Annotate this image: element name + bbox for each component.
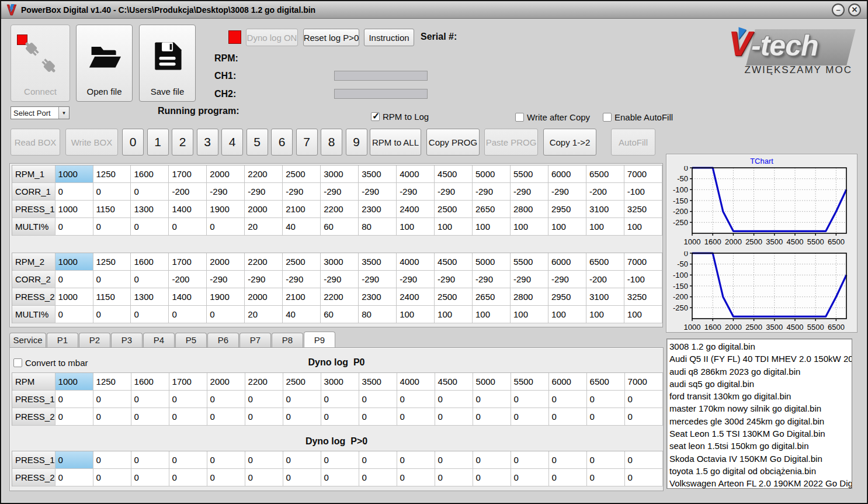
cell-press_2-6[interactable]: 0 xyxy=(283,408,321,426)
cell-press_1-7[interactable]: 0 xyxy=(321,391,359,408)
cell-multi%-15[interactable]: 100 xyxy=(624,306,662,323)
cell-corr_1-4[interactable]: -290 xyxy=(207,183,245,201)
close-button[interactable]: ✕ xyxy=(848,4,861,16)
cell-press_2-0[interactable]: 1000 xyxy=(55,288,93,306)
cell-press_2-15[interactable]: 0 xyxy=(625,469,663,486)
cell-press_2-0[interactable]: 0 xyxy=(55,469,93,486)
file-list-item[interactable]: seat leon 1.5tsi 150km go digital.bin xyxy=(669,440,852,452)
cell-press_2-13[interactable]: 0 xyxy=(549,469,587,486)
cell-press_2-11[interactable]: 2650 xyxy=(473,288,511,306)
cell-press_1-15[interactable]: 3250 xyxy=(624,201,662,218)
cell-press_2-14[interactable]: 3100 xyxy=(586,288,624,306)
tab-p9[interactable]: P9 xyxy=(304,332,335,347)
cell-rpm_2-13[interactable]: 6000 xyxy=(548,253,586,271)
select-port-dropdown[interactable]: Select Port ▼ xyxy=(11,106,70,119)
cell-rpm_2-2[interactable]: 1600 xyxy=(131,253,169,271)
cell-press_2-3[interactable]: 0 xyxy=(169,469,207,486)
cell-press_2-7[interactable]: 2200 xyxy=(321,288,359,306)
cell-corr_1-10[interactable]: -290 xyxy=(435,183,473,201)
cell-rpm_2-7[interactable]: 3000 xyxy=(321,253,359,271)
cell-press_1-8[interactable]: 0 xyxy=(359,391,397,408)
cell-press_2-5[interactable]: 2000 xyxy=(245,288,283,306)
cell-multi%-7[interactable]: 60 xyxy=(321,218,359,236)
cell-corr_1-9[interactable]: -290 xyxy=(397,183,435,201)
file-list-item[interactable]: Skoda Octavia IV 150KM Go Digital.bin xyxy=(669,453,852,465)
cell-press_2-10[interactable]: 0 xyxy=(435,469,473,486)
cell-rpm_1-14[interactable]: 6500 xyxy=(586,165,624,183)
cell-corr_1-5[interactable]: -290 xyxy=(245,183,283,201)
cell-press_2-2[interactable]: 0 xyxy=(131,408,169,426)
cell-press_2-13[interactable]: 0 xyxy=(549,408,587,426)
cell-rpm-11[interactable]: 5000 xyxy=(473,373,511,391)
cell-press_1-10[interactable]: 2500 xyxy=(435,201,473,218)
cell-press_2-6[interactable]: 2100 xyxy=(283,288,321,306)
cell-press_2-13[interactable]: 2950 xyxy=(548,288,586,306)
cell-multi%-3[interactable]: 0 xyxy=(169,218,207,236)
cell-press_2-6[interactable]: 0 xyxy=(283,469,321,486)
cell-press_1-15[interactable]: 0 xyxy=(625,451,663,469)
cell-corr_1-2[interactable]: 0 xyxy=(131,183,169,201)
cell-press_2-2[interactable]: 1300 xyxy=(131,288,169,306)
write-after-copy-checkbox[interactable]: Write after Copy xyxy=(515,112,590,122)
cell-multi%-14[interactable]: 100 xyxy=(586,306,624,323)
file-list-item[interactable]: mercedes gle 300d 245km go digital.bin xyxy=(669,415,852,427)
instruction-button[interactable]: Instruction xyxy=(364,29,414,46)
digit-9-button[interactable]: 9 xyxy=(346,129,367,156)
cell-corr_1-6[interactable]: -290 xyxy=(283,183,321,201)
cell-rpm_1-6[interactable]: 2500 xyxy=(283,165,321,183)
cell-rpm_2-6[interactable]: 2500 xyxy=(283,253,321,271)
cell-rpm_2-5[interactable]: 2200 xyxy=(245,253,283,271)
cell-press_2-12[interactable]: 0 xyxy=(511,469,549,486)
cell-rpm_2-8[interactable]: 3500 xyxy=(359,253,397,271)
cell-press_2-5[interactable]: 0 xyxy=(245,469,283,486)
checkbox-box[interactable] xyxy=(603,113,612,122)
cell-rpm_1-9[interactable]: 4000 xyxy=(397,165,435,183)
cell-press_2-12[interactable]: 0 xyxy=(511,408,549,426)
cell-press_2-4[interactable]: 0 xyxy=(207,408,245,426)
cell-press_1-11[interactable]: 0 xyxy=(473,391,511,408)
cell-multi%-13[interactable]: 100 xyxy=(548,306,586,323)
cell-rpm-6[interactable]: 2500 xyxy=(283,373,321,391)
cell-rpm_2-10[interactable]: 4500 xyxy=(435,253,473,271)
enable-autofill-checkbox[interactable]: Enable AutoFill xyxy=(603,112,673,122)
file-list-item[interactable]: ford transit 130km go digital.bin xyxy=(669,390,852,402)
cell-rpm_2-3[interactable]: 1700 xyxy=(169,253,207,271)
cell-multi%-10[interactable]: 100 xyxy=(435,306,473,323)
cell-press_1-10[interactable]: 0 xyxy=(435,451,473,469)
cell-press_2-3[interactable]: 0 xyxy=(169,408,207,426)
tab-p5[interactable]: P5 xyxy=(175,333,207,347)
cell-press_1-12[interactable]: 0 xyxy=(511,451,549,469)
cell-rpm-8[interactable]: 3500 xyxy=(359,373,397,391)
cell-corr_1-14[interactable]: -200 xyxy=(586,183,624,201)
cell-press_2-9[interactable]: 0 xyxy=(397,469,435,486)
cell-press_2-8[interactable]: 2300 xyxy=(359,288,397,306)
cell-press_1-1[interactable]: 0 xyxy=(93,451,131,469)
cell-press_1-3[interactable]: 0 xyxy=(169,391,207,408)
cell-press_2-8[interactable]: 0 xyxy=(359,469,397,486)
cell-corr_2-7[interactable]: -290 xyxy=(321,271,359,288)
cell-multi%-6[interactable]: 40 xyxy=(283,218,321,236)
cell-multi%-11[interactable]: 100 xyxy=(473,306,511,323)
cell-multi%-4[interactable]: 0 xyxy=(207,218,245,236)
cell-rpm-12[interactable]: 5500 xyxy=(511,373,549,391)
cell-rpm_1-4[interactable]: 2000 xyxy=(207,165,245,183)
cell-multi%-4[interactable]: 0 xyxy=(207,306,245,323)
cell-multi%-5[interactable]: 20 xyxy=(245,218,283,236)
cell-rpm_1-1[interactable]: 1250 xyxy=(93,165,131,183)
file-list-item[interactable]: Audi Q5 II (FY FL) 40 TDI MHEV 2.0 150kW… xyxy=(669,353,852,365)
cell-rpm_1-12[interactable]: 5500 xyxy=(511,165,548,183)
cell-press_2-10[interactable]: 2500 xyxy=(435,288,473,306)
checkbox-box[interactable] xyxy=(515,113,524,122)
cell-multi%-14[interactable]: 100 xyxy=(586,218,624,236)
cell-corr_2-4[interactable]: -290 xyxy=(207,271,245,288)
cell-press_1-13[interactable]: 0 xyxy=(549,451,587,469)
cell-press_2-4[interactable]: 1900 xyxy=(207,288,245,306)
cell-corr_1-12[interactable]: -290 xyxy=(511,183,548,201)
cell-press_1-6[interactable]: 2100 xyxy=(283,201,321,218)
cell-rpm-14[interactable]: 6500 xyxy=(587,373,625,391)
cell-press_2-14[interactable]: 0 xyxy=(587,469,625,486)
cell-rpm_2-15[interactable]: 7000 xyxy=(624,253,662,271)
cell-multi%-1[interactable]: 0 xyxy=(93,218,131,236)
cell-press_1-2[interactable]: 1300 xyxy=(131,201,169,218)
cell-press_2-1[interactable]: 0 xyxy=(93,408,131,426)
